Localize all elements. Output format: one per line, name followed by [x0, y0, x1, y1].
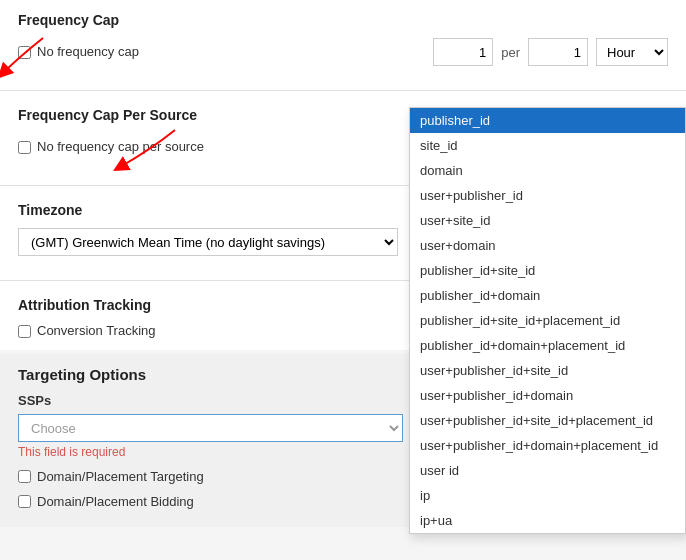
frequency-cap-value1[interactable]: 1: [433, 38, 493, 66]
dropdown-item-ip-ua[interactable]: ip+ua: [410, 508, 685, 533]
dropdown-item-user-site-id[interactable]: user+site_id: [410, 208, 685, 233]
dropdown-item-user-publisher-id[interactable]: user+publisher_id: [410, 183, 685, 208]
dropdown-item-user-pub-domain-placement[interactable]: user+publisher_id+domain+placement_id: [410, 433, 685, 458]
conversion-tracking-label: Conversion Tracking: [37, 323, 156, 338]
frequency-cap-per-label: per: [501, 45, 520, 60]
dropdown-item-ip[interactable]: ip: [410, 483, 685, 508]
timezone-select[interactable]: (GMT) Greenwich Mean Time (no daylight s…: [18, 228, 398, 256]
domain-bidding-label: Domain/Placement Bidding: [37, 494, 194, 509]
domain-targeting-label: Domain/Placement Targeting: [37, 469, 204, 484]
dropdown-item-user-pub-domain[interactable]: user+publisher_id+domain: [410, 383, 685, 408]
no-frequency-cap-label: No frequency cap: [37, 44, 139, 61]
source-dropdown-list: publisher_id site_id domain user+publish…: [409, 107, 686, 534]
conversion-tracking-checkbox[interactable]: [18, 325, 31, 338]
no-frequency-cap-checkbox[interactable]: [18, 46, 31, 59]
ssps-select[interactable]: Choose: [18, 414, 403, 442]
no-frequency-cap-per-source-label: No frequency cap per source: [37, 139, 204, 156]
dropdown-item-user-pub-site[interactable]: user+publisher_id+site_id: [410, 358, 685, 383]
dropdown-item-pub-domain-placement[interactable]: publisher_id+domain+placement_id: [410, 333, 685, 358]
dropdown-item-pub-site-placement[interactable]: publisher_id+site_id+placement_id: [410, 308, 685, 333]
no-frequency-cap-per-source-row: No frequency cap per source: [18, 139, 204, 156]
no-frequency-cap-row: No frequency cap: [18, 44, 188, 61]
dropdown-item-site-id[interactable]: site_id: [410, 133, 685, 158]
dropdown-item-domain[interactable]: domain: [410, 158, 685, 183]
dropdown-item-pub-domain[interactable]: publisher_id+domain: [410, 283, 685, 308]
dropdown-item-publisher-id[interactable]: publisher_id: [410, 108, 685, 133]
domain-targeting-checkbox[interactable]: [18, 470, 31, 483]
dropdown-item-user-id[interactable]: user id: [410, 458, 685, 483]
domain-bidding-checkbox[interactable]: [18, 495, 31, 508]
dropdown-item-user-domain[interactable]: user+domain: [410, 233, 685, 258]
dropdown-item-user-pub-site-placement[interactable]: user+publisher_id+site_id+placement_id: [410, 408, 685, 433]
no-frequency-cap-per-source-checkbox[interactable]: [18, 141, 31, 154]
frequency-cap-value2[interactable]: 1: [528, 38, 588, 66]
frequency-cap-hour-select[interactable]: Hour: [596, 38, 668, 66]
frequency-cap-title: Frequency Cap: [18, 12, 668, 28]
dropdown-item-pub-site[interactable]: publisher_id+site_id: [410, 258, 685, 283]
